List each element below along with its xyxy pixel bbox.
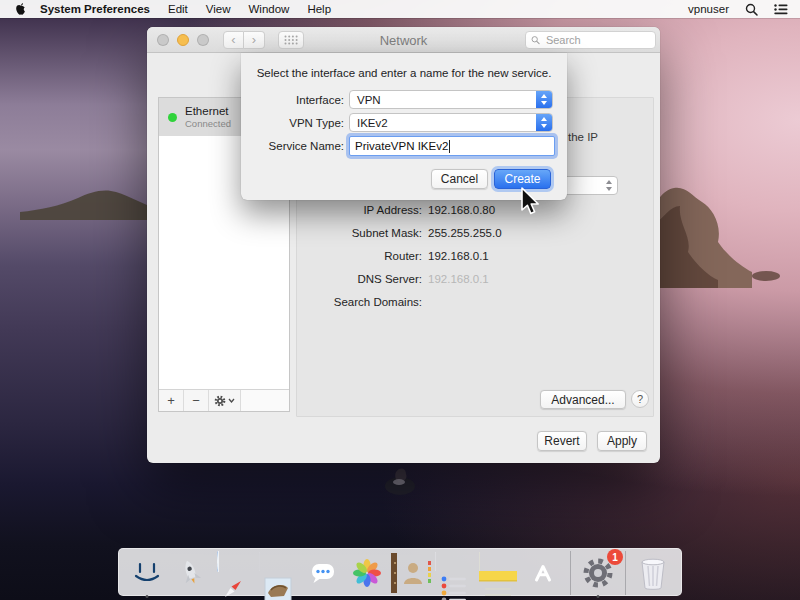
vpn-type-label: VPN Type: xyxy=(241,117,344,129)
menu-item-window[interactable]: Window xyxy=(240,3,299,15)
wallpaper-island-left xyxy=(20,186,160,220)
info-row-ip: IP Address: 192.168.0.80 xyxy=(297,204,653,218)
apple-menu[interactable] xyxy=(15,2,27,16)
menu-item-edit[interactable]: Edit xyxy=(159,3,197,15)
menu-item-help[interactable]: Help xyxy=(298,3,340,15)
interface-label: Interface: xyxy=(241,94,344,106)
popup-stepper-icon xyxy=(601,177,617,194)
search-input[interactable] xyxy=(544,33,650,47)
service-actions-button[interactable] xyxy=(209,390,241,411)
vpn-type-value: IKEv2 xyxy=(350,117,536,129)
vpn-type-popup[interactable]: IKEv2 xyxy=(349,113,553,132)
search-field[interactable] xyxy=(525,31,656,49)
close-button[interactable] xyxy=(157,34,169,46)
status-dot-connected xyxy=(168,113,177,122)
new-service-sheet: Select the interface and enter a name fo… xyxy=(241,53,567,200)
sheet-message: Select the interface and enter a name fo… xyxy=(241,67,567,79)
popup-stepper-icon xyxy=(536,114,552,131)
zoom-button[interactable] xyxy=(197,34,209,46)
service-status: Connected xyxy=(185,118,231,130)
dock-trash-icon[interactable] xyxy=(633,553,673,593)
info-label: DNS Server: xyxy=(297,273,422,287)
dock-messages-icon[interactable] xyxy=(303,553,343,593)
chevron-down-icon xyxy=(228,398,235,403)
menu-item-view[interactable]: View xyxy=(197,3,240,15)
text-caret xyxy=(449,140,450,153)
back-button[interactable]: ‹ xyxy=(223,31,244,49)
show-all-button[interactable] xyxy=(278,31,304,49)
info-value: 192.168.0.80 xyxy=(428,204,495,218)
info-label: Search Domains: xyxy=(297,296,422,310)
menu-item-app[interactable]: System Preferences xyxy=(31,3,159,15)
service-name-label: Service Name: xyxy=(241,140,344,152)
dock-system-preferences-icon[interactable]: 1 xyxy=(578,553,618,593)
dock-appstore-icon[interactable] xyxy=(523,553,563,593)
remove-service-button[interactable]: − xyxy=(184,390,209,411)
title-bar[interactable]: ‹ › Network xyxy=(147,27,660,53)
notification-center-menu-item[interactable] xyxy=(766,4,800,15)
dock-reminders-icon[interactable] xyxy=(435,553,475,593)
dock-launchpad-icon[interactable] xyxy=(171,553,211,593)
dock-mail-icon[interactable] xyxy=(259,553,299,593)
sidebar-footer: + − xyxy=(159,389,289,411)
gear-icon xyxy=(214,395,226,407)
dock-contacts-icon[interactable] xyxy=(391,553,431,593)
search-icon xyxy=(531,35,540,45)
info-label: IP Address: xyxy=(297,204,422,218)
dock-finder-icon[interactable] xyxy=(127,553,167,593)
desktop: System Preferences Edit View Window Help… xyxy=(0,0,800,600)
service-name: Ethernet xyxy=(185,104,231,118)
add-service-button[interactable]: + xyxy=(159,390,184,411)
info-row-search-domains: Search Domains: xyxy=(297,296,653,310)
revert-button[interactable]: Revert xyxy=(537,431,587,451)
info-label: Subnet Mask: xyxy=(297,227,422,241)
menu-bar: System Preferences Edit View Window Help… xyxy=(0,0,800,18)
help-button[interactable]: ? xyxy=(631,390,649,408)
cancel-button[interactable]: Cancel xyxy=(431,169,488,189)
wallpaper-cliff-right xyxy=(648,184,800,288)
dock-separator xyxy=(570,551,571,595)
apple-logo-icon xyxy=(15,2,27,16)
service-name-value: PrivateVPN IKEv2 xyxy=(355,140,448,152)
dock: 1 xyxy=(118,548,682,596)
info-row-subnet: Subnet Mask: 255.255.255.0 xyxy=(297,227,653,241)
notification-badge: 1 xyxy=(607,549,623,565)
sidebar-footer-filler xyxy=(241,390,289,411)
info-row-dns: DNS Server: 192.168.0.1 xyxy=(297,273,653,287)
dock-separator xyxy=(625,551,626,595)
popup-stepper-icon xyxy=(536,91,552,108)
mouse-cursor xyxy=(518,186,542,216)
info-label: Router: xyxy=(297,250,422,264)
network-preferences-window: ‹ › Network xyxy=(147,27,660,463)
menu-username[interactable]: vpnuser xyxy=(680,3,737,15)
service-name-row: Service Name: PrivateVPN IKEv2 xyxy=(241,136,567,156)
info-value: 255.255.255.0 xyxy=(428,227,502,241)
info-value: 192.168.0.1 xyxy=(428,273,489,287)
notification-center-icon xyxy=(774,4,788,15)
interface-row: Interface: VPN xyxy=(241,90,567,109)
grid-icon xyxy=(284,35,298,45)
service-name-field[interactable]: PrivateVPN IKEv2 xyxy=(349,136,555,156)
vpn-type-row: VPN Type: IKEv2 xyxy=(241,113,567,132)
info-value: 192.168.0.1 xyxy=(428,250,489,264)
interface-popup[interactable]: VPN xyxy=(349,90,553,109)
forward-button[interactable]: › xyxy=(244,31,265,49)
dock-safari-icon[interactable] xyxy=(215,553,255,593)
traffic-lights xyxy=(157,34,209,46)
spotlight-menu-item[interactable] xyxy=(737,3,766,16)
dock-notes-icon[interactable] xyxy=(479,553,519,593)
minimize-button[interactable] xyxy=(177,34,189,46)
wallpaper-rocks xyxy=(380,460,420,500)
dock-photos-icon[interactable] xyxy=(347,553,387,593)
apply-button[interactable]: Apply xyxy=(597,431,647,451)
info-row-router: Router: 192.168.0.1 xyxy=(297,250,653,264)
advanced-button[interactable]: Advanced... xyxy=(540,390,626,409)
search-icon xyxy=(745,3,758,16)
interface-value: VPN xyxy=(350,94,536,106)
